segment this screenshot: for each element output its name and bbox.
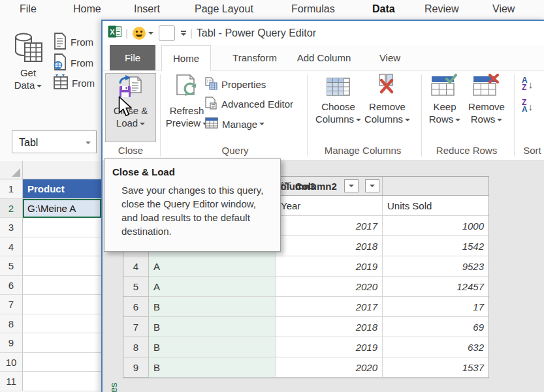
row-header[interactable]: 4 [0,237,23,257]
from-table-button[interactable]: From [54,74,95,92]
column2-header-cell[interactable]: ABC123 Column2 [276,177,383,195]
keep-rows-icon [431,87,458,98]
row-header-selected[interactable]: 2 [0,199,23,219]
grid-cell[interactable] [23,372,101,391]
group-label-query: Query [163,145,307,156]
sort-za-letter-a: A [522,106,528,113]
row-number[interactable]: 6 [123,297,149,317]
pq-tab-add-column[interactable]: Add Column [296,45,352,70]
cell[interactable]: 2020 [276,357,383,378]
cell[interactable]: B [149,357,276,378]
refresh-preview-button[interactable]: Refresh Preview [163,73,210,142]
quick-access-toolbar-dropdown[interactable] [181,31,186,36]
cell-a1[interactable]: Product [23,179,101,199]
remove-columns-button[interactable]: Remove Columns [364,73,411,142]
name-box[interactable]: Tabl [12,130,97,153]
cell[interactable]: B [149,337,276,357]
from-web-label: From [71,57,93,68]
cell[interactable]: 2019 [276,337,383,357]
advanced-editor-button[interactable]: Advanced Editor [205,97,293,112]
column-header-strip[interactable] [23,161,101,179]
cell[interactable]: 9523 [383,256,488,277]
choose-columns-button[interactable]: Choose Columns [315,73,362,142]
remove-rows-button[interactable]: Remove Rows [466,73,507,142]
row-header[interactable]: 7 [0,295,23,314]
screenshot-stage: File Home Insert Page Layout Formulas Da… [0,0,544,392]
pq-tab-row: File Home Transform Add Column View [103,45,544,70]
cell[interactable]: A [149,277,276,297]
cell[interactable]: 2018 [276,236,383,256]
pq-title-bar[interactable]: X | | Tabl - Power Query Editor [103,21,544,45]
tooltip-body: Save your changes to this query, close t… [121,183,271,238]
cell[interactable]: Year [276,196,383,216]
cell-a2-selected[interactable]: G:\Meine A [23,199,101,219]
feedback-smiley-button[interactable] [132,26,153,40]
row-header[interactable]: 8 [0,314,23,334]
grid-cell[interactable] [23,256,101,276]
excel-tab-page-layout[interactable]: Page Layout [195,3,253,15]
excel-tab-insert[interactable]: Insert [134,3,160,15]
excel-tab-view[interactable]: View [492,3,515,15]
cell[interactable]: 1542 [383,236,488,256]
name-box-dropdown-icon[interactable] [86,142,91,144]
row-header[interactable]: 11 [0,372,23,391]
sort-ascending-button[interactable]: A Z ↓ [522,77,533,91]
cell[interactable]: B [149,317,276,337]
pq-tab-home[interactable]: Home [161,45,211,71]
grid-cell[interactable] [23,333,101,353]
from-text-button[interactable]: From [54,33,93,52]
cell[interactable]: 2017 [276,216,383,236]
keep-rows-button[interactable]: Keep Rows [426,73,464,142]
cell[interactable]: 17 [383,297,488,317]
cell[interactable]: 2020 [276,277,383,297]
excel-tab-home[interactable]: Home [73,3,101,15]
row-number[interactable]: 5 [123,277,149,297]
quick-access-button[interactable] [159,25,175,41]
sort-descending-button[interactable]: Z A ↓ [522,99,533,113]
queries-pane-collapsed[interactable]: Queries [108,354,120,392]
remove-columns-icon [376,87,399,98]
cell[interactable]: 1000 [383,216,488,236]
cell[interactable]: 2019 [276,256,383,277]
row-number[interactable]: 9 [123,357,149,378]
row-number[interactable]: 8 [123,337,149,357]
grid-cell[interactable] [23,276,101,295]
pq-tab-view[interactable]: View [372,45,408,70]
from-web-button[interactable]: From [54,53,93,72]
row-number[interactable]: 4 [123,256,149,277]
properties-button[interactable]: Properties [205,77,266,92]
cell[interactable]: 632 [383,337,488,357]
grid-cell[interactable] [23,314,101,334]
cell[interactable]: 12457 [383,277,488,297]
get-data-button[interactable]: Get Data [7,31,50,103]
cell[interactable]: 1537 [383,357,488,378]
excel-tab-data[interactable]: Data [372,3,395,15]
row-header[interactable]: 10 [0,353,23,372]
cell[interactable]: Units Sold [383,196,488,216]
row-header[interactable]: 9 [0,333,23,353]
manage-button[interactable]: Manage [205,117,264,130]
cell[interactable]: 2018 [276,317,383,337]
cell[interactable]: 69 [383,317,488,337]
excel-tab-file[interactable]: File [20,3,37,15]
pq-tab-file[interactable]: File [110,45,155,70]
choose-columns-label-1: Choose [321,101,355,112]
column2-filter-button[interactable] [365,179,379,192]
row-number[interactable]: 7 [123,317,149,337]
row-header[interactable]: 1 [0,179,23,199]
excel-tab-review[interactable]: Review [424,3,458,15]
excel-tab-formulas[interactable]: Formulas [291,3,335,15]
grid-cell[interactable] [23,353,101,372]
grid-cell[interactable] [23,237,101,257]
row-header[interactable]: 5 [0,256,23,276]
pq-tab-transform[interactable]: Transform [227,45,283,70]
grid-cell[interactable] [23,218,101,237]
cell[interactable]: A [149,256,276,277]
cell[interactable]: 2017 [276,297,383,317]
column-type-icon[interactable]: ABC123 [281,181,292,190]
select-all-corner[interactable] [0,161,23,179]
cell[interactable]: B [149,297,276,317]
row-header[interactable]: 3 [0,218,23,237]
row-header[interactable]: 6 [0,276,23,295]
grid-cell[interactable] [23,295,101,314]
